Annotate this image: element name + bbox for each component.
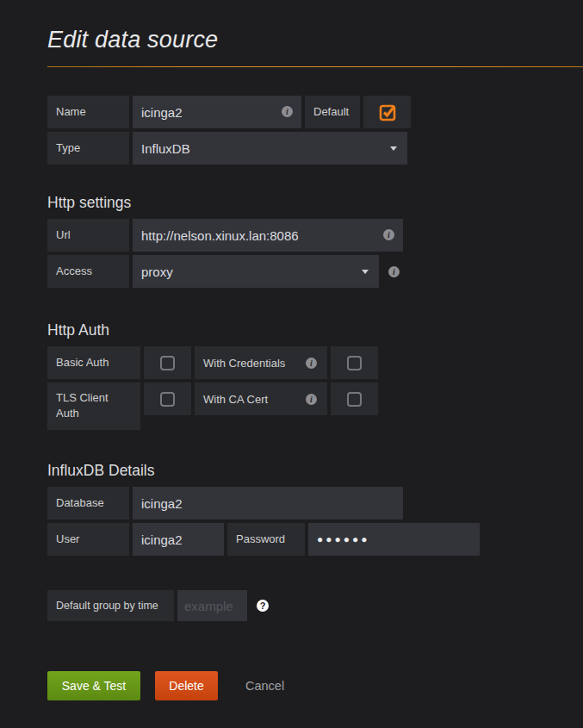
type-row: Type InfluxDB xyxy=(47,132,583,165)
basic-auth-row: Basic Auth With Credentials i xyxy=(47,346,583,379)
with-credentials-label: With Credentials i xyxy=(195,346,327,379)
chevron-down-icon xyxy=(390,146,397,151)
checkbox-unchecked-icon xyxy=(160,356,175,370)
checkbox-unchecked-icon xyxy=(347,392,362,407)
tls-client-auth-label: TLS Client Auth xyxy=(47,383,140,430)
action-buttons: Save & Test Delete Cancel xyxy=(47,671,583,700)
help-icon[interactable]: ? xyxy=(257,600,269,612)
checkbox-checked-icon xyxy=(377,102,398,122)
basic-auth-checkbox[interactable] xyxy=(144,346,191,379)
title-divider xyxy=(47,66,583,67)
password-field xyxy=(308,523,480,556)
info-icon[interactable]: i xyxy=(282,106,293,117)
password-label: Password xyxy=(227,523,305,556)
info-icon[interactable]: i xyxy=(388,266,400,277)
url-input[interactable] xyxy=(133,219,403,252)
page-title: Edit data source xyxy=(47,28,583,52)
basic-auth-label: Basic Auth xyxy=(47,346,140,379)
type-select-value: InfluxDB xyxy=(141,141,190,156)
access-row: Access proxy i xyxy=(47,255,583,288)
group-by-row: Default group by time ? xyxy=(47,590,583,621)
with-ca-cert-checkbox[interactable] xyxy=(331,383,378,415)
delete-button[interactable]: Delete xyxy=(155,671,218,700)
name-input[interactable] xyxy=(133,96,301,128)
default-label: Default xyxy=(305,96,360,128)
user-field xyxy=(133,523,224,556)
checkbox-unchecked-icon xyxy=(347,356,362,370)
password-input[interactable] xyxy=(308,523,480,556)
tls-auth-row: TLS Client Auth With CA Cert i xyxy=(47,383,583,430)
name-label: Name xyxy=(47,96,129,128)
info-icon[interactable]: i xyxy=(383,229,394,240)
name-field: i xyxy=(133,96,301,128)
group-by-label: Default group by time xyxy=(47,590,174,621)
chevron-down-icon xyxy=(362,270,369,274)
url-row: Url i xyxy=(47,219,583,252)
with-credentials-text: With Credentials xyxy=(203,357,285,370)
access-select[interactable]: proxy xyxy=(133,255,379,288)
edit-datasource-page: Edit data source Name i Default Type Inf… xyxy=(0,0,583,700)
access-label: Access xyxy=(47,255,129,288)
save-and-test-button[interactable]: Save & Test xyxy=(47,671,140,700)
group-by-input[interactable] xyxy=(177,590,247,621)
database-input[interactable] xyxy=(133,487,403,520)
database-field xyxy=(133,487,403,520)
type-label: Type xyxy=(47,132,129,165)
user-password-row: User Password xyxy=(47,523,583,556)
info-icon[interactable]: i xyxy=(306,394,317,405)
with-ca-cert-text: With CA Cert xyxy=(203,393,268,406)
with-ca-cert-label: With CA Cert i xyxy=(195,383,327,415)
group-by-field xyxy=(177,590,247,621)
influxdb-details-heading: InfluxDB Details xyxy=(47,463,583,479)
info-icon[interactable]: i xyxy=(306,358,317,369)
url-field: i xyxy=(133,219,403,252)
checkbox-unchecked-icon xyxy=(160,392,175,407)
user-input[interactable] xyxy=(133,523,224,556)
type-select[interactable]: InfluxDB xyxy=(133,132,407,165)
access-select-value: proxy xyxy=(141,264,173,279)
database-row: Database xyxy=(47,487,583,520)
http-settings-heading: Http settings xyxy=(47,195,583,211)
with-credentials-checkbox[interactable] xyxy=(331,346,378,379)
cancel-button[interactable]: Cancel xyxy=(245,679,284,693)
default-checkbox[interactable] xyxy=(363,96,411,128)
user-label: User xyxy=(47,523,129,556)
url-label: Url xyxy=(47,219,129,252)
database-label: Database xyxy=(47,487,129,520)
tls-client-auth-checkbox[interactable] xyxy=(144,383,191,415)
http-auth-heading: Http Auth xyxy=(47,322,583,339)
name-row: Name i Default xyxy=(47,96,583,128)
